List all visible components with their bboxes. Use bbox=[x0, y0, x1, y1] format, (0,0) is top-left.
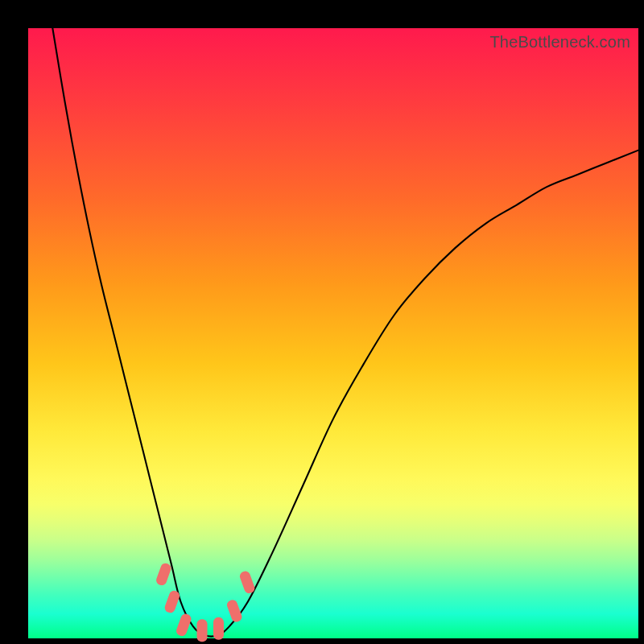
curve-markers bbox=[155, 562, 256, 642]
chart-frame: TheBottleneck.com bbox=[0, 0, 644, 644]
curve-marker bbox=[175, 613, 192, 638]
curve-marker bbox=[225, 599, 243, 624]
curve-marker bbox=[163, 589, 181, 614]
curve-marker bbox=[155, 562, 172, 587]
bottleneck-curve bbox=[28, 28, 638, 638]
curve-marker bbox=[213, 617, 224, 640]
curve-marker bbox=[238, 570, 256, 595]
curve-line bbox=[52, 28, 638, 637]
curve-marker bbox=[197, 619, 208, 642]
plot-area: TheBottleneck.com bbox=[28, 28, 638, 638]
